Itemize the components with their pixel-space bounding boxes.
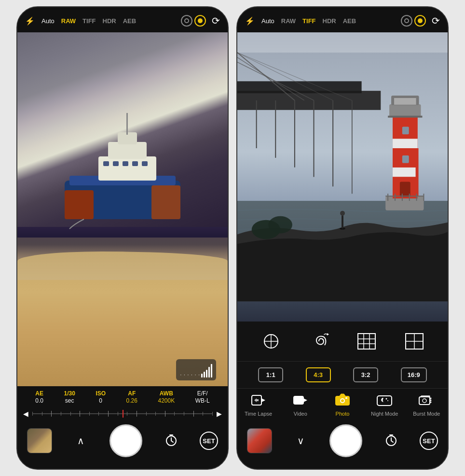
format-raw-btn[interactable]: RAW <box>61 17 76 25</box>
left-set-btn[interactable]: SET <box>200 432 218 450</box>
right-viewfinder[interactable] <box>237 32 448 322</box>
tick-1 <box>32 412 33 416</box>
tick-7 <box>89 412 90 416</box>
grid-option-cross[interactable] <box>399 328 430 354</box>
svg-point-30 <box>268 216 292 234</box>
lens-wide-circle[interactable] <box>181 15 192 27</box>
aspect-16-9-btn[interactable]: 16:9 <box>401 367 427 382</box>
format-aeb-btn[interactable]: AEB <box>123 17 136 25</box>
af-control[interactable]: AF 0.26 <box>126 390 137 404</box>
right-timer-btn[interactable] <box>383 433 400 449</box>
left-chevron-btn[interactable]: ∧ <box>72 435 90 447</box>
hist-dots: · · · · · · <box>180 372 200 378</box>
slider-track[interactable] <box>32 413 213 414</box>
live-mode-option[interactable] <box>303 328 334 354</box>
left-timer-btn[interactable] <box>163 433 180 449</box>
aspect-options-row: 1:1 4:3 3:2 16:9 <box>237 362 448 389</box>
focus-reticle-option[interactable] <box>256 328 287 354</box>
svg-rect-76 <box>377 396 392 406</box>
photo-mode[interactable]: Photo <box>328 393 357 417</box>
flash-icon[interactable]: ⚡ <box>25 16 35 26</box>
tick-17 <box>184 412 184 416</box>
tick-14 <box>155 412 156 416</box>
svg-rect-70 <box>294 396 303 404</box>
svg-rect-60 <box>358 334 375 349</box>
left-bottom-actions: ∧ SET <box>17 420 228 469</box>
svg-rect-43 <box>394 98 416 105</box>
right-flash-label[interactable]: Auto <box>261 17 274 25</box>
aspect-4-3-btn[interactable]: 4:3 <box>306 367 331 382</box>
right-shutter-btn[interactable] <box>329 424 362 457</box>
right-format-aeb-btn[interactable]: AEB <box>343 17 356 25</box>
right-format-hdr-btn[interactable]: HDR <box>323 17 336 25</box>
ship-svg <box>55 103 190 248</box>
left-shutter-btn[interactable] <box>109 424 142 457</box>
right-lens-tele-inner <box>418 18 423 23</box>
left-controls-bar: AE 0.0 1/30 sec ISO 0 AF 0.26 AWB 4200K … <box>17 386 228 408</box>
right-lens-switch[interactable] <box>401 15 426 27</box>
video-mode[interactable]: Video <box>286 393 315 417</box>
right-thumbnail[interactable] <box>247 428 272 453</box>
ae-value: 0.0 <box>35 397 43 404</box>
ef-control[interactable]: E/F/ WB-L <box>195 390 210 404</box>
iso-control[interactable]: ISO 0 <box>96 390 106 404</box>
svg-rect-36 <box>393 139 418 148</box>
lens-tele-circle[interactable] <box>194 15 206 27</box>
left-thumbnail[interactable] <box>27 428 52 453</box>
svg-point-83 <box>430 400 432 401</box>
svg-rect-2 <box>65 190 94 219</box>
tick-2 <box>42 412 42 416</box>
ae-control[interactable]: AE 0.0 <box>35 390 43 404</box>
awb-control[interactable]: AWB 4200K <box>158 390 175 404</box>
right-format-raw-btn[interactable]: RAW <box>281 17 296 25</box>
ae-label: AE <box>35 390 43 397</box>
right-flash-icon[interactable]: ⚡ <box>245 16 255 26</box>
tick-13 <box>146 412 147 416</box>
format-tiff-btn[interactable]: TIFF <box>82 17 96 25</box>
svg-rect-41 <box>389 104 421 117</box>
grid-option-3x3[interactable] <box>351 328 382 354</box>
svg-rect-47 <box>402 126 409 134</box>
burst-mode-mode[interactable]: Burst Mode <box>412 393 441 417</box>
ef-sub: WB-L <box>195 397 210 404</box>
grid-options-row <box>237 322 448 362</box>
right-bottom-actions: ∨ SET <box>237 420 448 469</box>
video-icon <box>293 393 308 409</box>
photo-label: Photo <box>336 411 350 417</box>
video-label: Video <box>294 411 307 417</box>
right-settings-panel: 1:1 4:3 3:2 16:9 T <box>237 322 448 420</box>
left-top-bar-right: ⟳ <box>181 15 220 27</box>
svg-rect-7 <box>126 113 128 135</box>
aspect-1-1-btn[interactable]: 1:1 <box>258 367 283 382</box>
rotate-camera-icon[interactable]: ⟳ <box>212 15 220 27</box>
flash-label[interactable]: Auto <box>41 17 55 25</box>
tick-20 <box>212 412 213 416</box>
svg-point-81 <box>423 399 426 403</box>
lens-switch[interactable] <box>181 15 206 27</box>
slider-left-arrow[interactable]: ◀ <box>23 410 28 418</box>
right-chevron-btn[interactable]: ∨ <box>292 435 310 447</box>
time-lapse-mode[interactable]: Time Lapse <box>244 393 273 417</box>
right-top-bar-left: ⚡ Auto RAW TIFF HDR AEB <box>245 16 356 26</box>
aspect-3-2-btn[interactable]: 3:2 <box>353 367 378 382</box>
thumb-lighthouse-img <box>247 429 272 453</box>
burst-mode-label: Burst Mode <box>413 411 440 417</box>
svg-rect-15 <box>237 91 381 110</box>
left-viewfinder[interactable]: · · · · · · <box>17 32 228 386</box>
right-lens-wide-circle[interactable] <box>401 15 412 27</box>
right-set-btn[interactable]: SET <box>420 432 438 450</box>
night-mode-mode[interactable]: Night Mode <box>370 393 399 417</box>
time-lapse-label: Time Lapse <box>245 411 272 417</box>
slider-right-arrow[interactable]: ▶ <box>217 410 222 418</box>
af-label: AF <box>128 390 136 397</box>
svg-point-33 <box>340 211 345 216</box>
svg-rect-79 <box>419 397 430 405</box>
shutter-control[interactable]: 1/30 sec <box>64 390 75 404</box>
thumb-ship-img <box>27 429 52 453</box>
lighthouse-bridge-svg <box>237 32 448 322</box>
right-lens-tele-circle[interactable] <box>414 15 426 27</box>
format-hdr-btn[interactable]: HDR <box>103 17 116 25</box>
right-set-label: SET <box>423 437 435 445</box>
right-format-tiff-btn[interactable]: TIFF <box>302 17 315 25</box>
right-rotate-camera-icon[interactable]: ⟳ <box>432 15 440 27</box>
